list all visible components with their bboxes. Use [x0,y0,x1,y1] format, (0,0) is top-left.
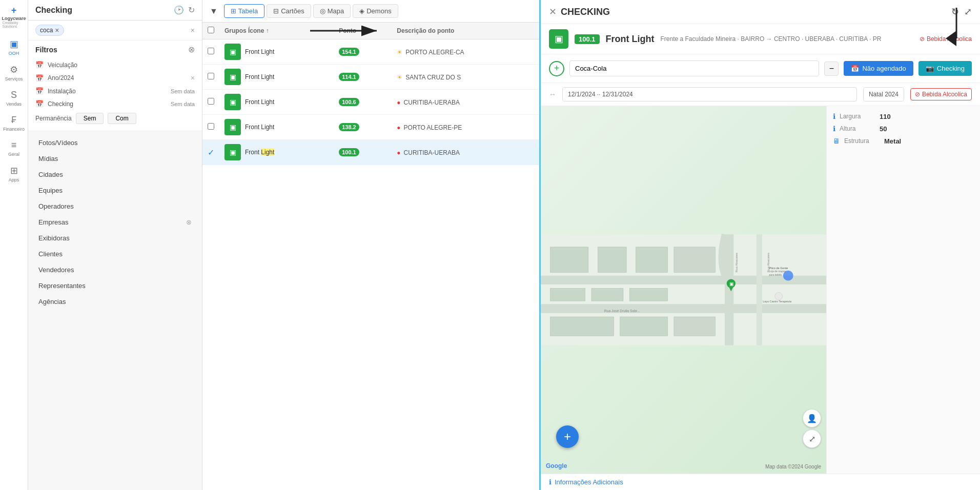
category-cidades[interactable]: Cidades [35,167,195,182]
row-badge: 100.6 [339,98,359,106]
info-circle-icon: ℹ [549,478,552,486]
sidebar-item-ooh[interactable]: ▣ OOH [0,34,28,60]
category-vendedores[interactable]: Vendedores [35,262,195,277]
tab-mapa[interactable]: ◎ Mapa [313,4,351,18]
permanencia-row: Permanência Sem Com [35,110,195,127]
cartoes-icon: ⊟ [273,7,279,15]
table-row[interactable]: ▣Front Light138.2●PORTO ALEGRE-PE [202,115,539,140]
permanencia-label: Permanência [35,115,72,122]
sidebar-item-apps[interactable]: ⊞ Apps [0,161,28,187]
sidebar-item-services[interactable]: ⚙ Serviços [0,60,28,86]
row-checkbox-cell [202,90,219,115]
row-status-icon: ● [397,149,400,156]
table-container: Grupos Ícone ↑ Ponto Descrição do ponto … [202,23,539,490]
table-row[interactable]: ▣Front Light154.1☀PORTO ALEGRE-CA [202,39,539,65]
row-badge-cell: 154.1 [334,39,392,65]
filter-ano-remove[interactable]: × [191,74,195,82]
row-checkbox[interactable] [208,123,214,130]
apps-label: Apps [9,177,19,182]
bebida-text: Bebida Alcoolica [927,35,972,43]
refresh-detail-btn[interactable]: ↻ [951,6,959,17]
checking-btn[interactable]: 📷 Checking [918,61,972,76]
nao-agendado-btn[interactable]: 📅 Não agendado [844,61,913,76]
category-exibidoras[interactable]: Exibidoras [35,231,195,246]
select-all-checkbox[interactable] [208,27,214,33]
row-status-icon: ☀ [397,74,402,81]
vendas-label: Vendas [6,101,22,107]
vendas-icon: S [11,90,17,100]
largura-label: Largura [840,113,875,120]
category-equipes[interactable]: Equipes [35,183,195,198]
sidebar-item-financeiro[interactable]: ₣ Financeiro [0,111,28,136]
map-person-btn[interactable]: 👤 [803,409,821,427]
search-tag-remove[interactable]: × [55,26,59,34]
category-clientes[interactable]: Clientes [35,247,195,261]
row-location-cell: ☀SANTA CRUZ DO S [392,70,539,85]
row-badge: 114.1 [339,73,359,81]
filter-ano: 📅 Ano/2024 × [35,71,195,85]
category-operadores[interactable]: Operadores [35,199,195,214]
filter-ano-label: Ano/2024 [48,74,187,81]
date-range-input[interactable]: 12/1/2024 ·· 12/31/2024 [562,87,857,101]
refresh-button[interactable]: ↻ [188,5,195,15]
empresas-close-icon[interactable]: ⊗ [186,218,192,226]
bebida-form-label: Bebida Alcoolica [922,91,967,98]
row-icon-name-cell: ▣Front Light [219,115,334,139]
additional-info-section[interactable]: ℹ Informações Adicionais [541,474,980,490]
history-button[interactable]: 🕑 [174,5,184,15]
row-checkbox[interactable] [208,73,214,79]
row-name: Front Light [245,124,274,131]
calendar-icon-veiculacao: 📅 [35,61,44,69]
table-row[interactable]: ▣Front Light100.6●CURITIBA-UERABA [202,90,539,115]
filters-title: Filtros [35,46,57,54]
map-zoom-in-btn[interactable]: + [556,425,579,448]
estrutura-row: 🖥 Estrutura Metal [833,137,974,145]
svg-rect-7 [550,247,588,273]
map-container: Rua Abacates Rua Abacates Rua José Drull… [541,106,826,474]
table-panel: ▼ ⊞ Tabela ⊟ Cartões ◎ Mapa ◈ [202,0,539,490]
tab-demons[interactable]: ◈ Demons [353,4,398,18]
filter-toggle-btn[interactable]: ▼ [210,7,218,16]
row-checkbox-cell [202,115,219,140]
row-checkbox[interactable] [208,98,214,105]
category-empresas[interactable]: Empresas ⊗ [35,215,195,230]
permanencia-sem-btn[interactable]: Sem [76,113,104,124]
category-fotos[interactable]: Fotos/Vídeos [35,135,195,150]
svg-rect-13 [629,288,667,301]
table-row[interactable]: ✓▣Front Light100.1●CURITIBA-UERABA [202,140,539,165]
tab-cartoes[interactable]: ⊟ Cartões [267,4,311,18]
category-representantes[interactable]: Representantes [35,278,195,293]
row-checkbox[interactable] [208,48,214,54]
svg-text:Rua José Drulla Sobr...: Rua José Drulla Sobr... [604,309,640,313]
mapa-label: Mapa [328,7,344,15]
tab-tabela[interactable]: ⊞ Tabela [224,4,264,18]
decrement-btn[interactable]: − [824,62,839,76]
search-input[interactable] [67,27,188,34]
calendar-icon-ano: 📅 [35,74,44,82]
detail-close-button[interactable]: ✕ [549,6,557,17]
detail-header: ✕ CHECKING ↻ ⤢ [541,0,980,24]
map-area: Rua Abacates Rua Abacates Rua José Drull… [541,106,980,474]
row-name: Front Light [245,149,274,156]
svg-rect-11 [550,288,585,301]
sidebar-item-geral[interactable]: ≡ Geral [0,136,28,161]
filters-close-icon[interactable]: ⊗ [188,45,195,54]
client-input[interactable] [569,60,819,76]
point-icon: ▣ [549,29,568,49]
sidebar-item-vendas[interactable]: S Vendas [0,86,28,111]
demons-icon: ◈ [359,7,364,15]
add-client-btn[interactable]: + [549,61,564,76]
search-clear-icon[interactable]: × [191,26,195,34]
expand-detail-btn[interactable]: ⤢ [964,6,972,17]
panel-header: Checking 🕑 ↻ [28,0,202,21]
category-agencias[interactable]: Agências [35,294,195,309]
table-row[interactable]: ▣Front Light114.1☀SANTA CRUZ DO S [202,65,539,90]
category-midias[interactable]: Mídias [35,151,195,166]
filter-instalacao-label: Instalação [48,88,167,95]
row-icon-name-cell: ▣Front Light [219,140,334,165]
tabela-label: Tabela [238,7,258,15]
permanencia-com-btn[interactable]: Com [108,113,136,124]
map-share-btn[interactable]: ⤢ [803,430,821,448]
col-checkbox [202,23,219,39]
row-location-cell: ●CURITIBA-UERABA [392,95,539,110]
